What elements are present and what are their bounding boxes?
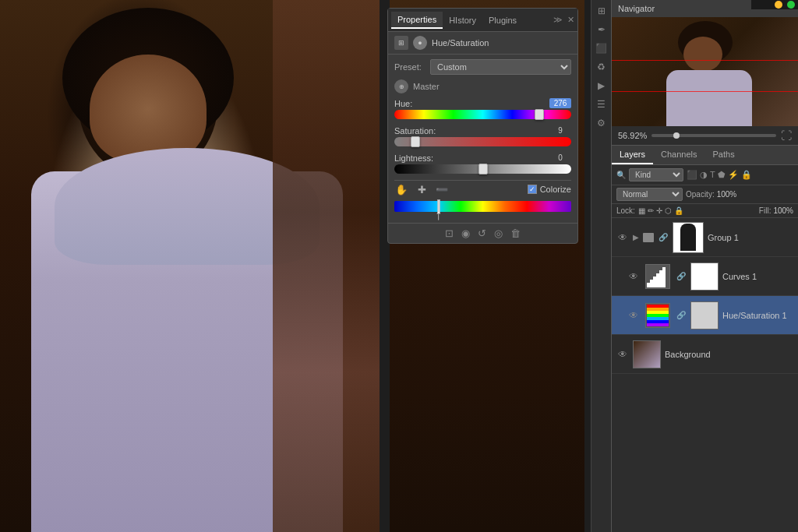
blend-mode-select[interactable]: Normal [616, 188, 683, 201]
svg-rect-1 [647, 283, 650, 287]
layers-filter-row: 🔍 Kind ⬛ ◑ T ⬟ ⚡ 🔒 [612, 165, 798, 185]
tab-channels[interactable]: Channels [653, 146, 704, 164]
curves1-name[interactable]: Curves 1 [722, 272, 793, 281]
preset-select[interactable]: Custom [430, 59, 571, 75]
light-thumb[interactable] [478, 164, 488, 174]
expand-icon[interactable]: ≫ [553, 15, 563, 25]
shape-filter-icon[interactable]: ⬟ [718, 170, 726, 180]
tab-history[interactable]: HIstory [443, 12, 482, 28]
huesat-adj-icon [644, 301, 672, 329]
curves-icon-img [645, 264, 670, 289]
zoom-thumb[interactable] [673, 132, 680, 139]
hue-thumb[interactable] [535, 109, 544, 120]
zoom-max-icon[interactable]: ⛶ [781, 129, 792, 142]
smart-filter-icon[interactable]: ⚡ [728, 170, 739, 180]
lightness-slider-row: Lightness: 0 [394, 153, 571, 174]
layers-panel: Layers Channels Paths 🔍 Kind ⬛ ◑ T ⬟ ⚡ 🔒… [612, 146, 798, 374]
remove-tool-icon[interactable]: ➖ [435, 182, 449, 196]
text-filter-icon[interactable]: T [710, 170, 715, 180]
lightness-value[interactable]: 0 [549, 153, 571, 163]
lock-transparent-icon[interactable]: ▦ [638, 206, 645, 215]
svg-rect-10 [647, 311, 669, 314]
sat-label-row: Saturation: 9 [394, 125, 571, 136]
lock-filter-icon[interactable]: 🔒 [741, 170, 752, 180]
reset-icon[interactable]: ↺ [478, 227, 486, 239]
svg-rect-2 [650, 280, 653, 287]
navigator-panel: Navigator 56.92% ⛶ [612, 0, 798, 146]
saturation-value[interactable]: 9 [549, 125, 571, 136]
svg-rect-4 [656, 273, 659, 287]
tab-layers[interactable]: Layers [612, 146, 653, 164]
pixel-filter-icon[interactable]: ⬛ [687, 170, 697, 180]
hue-slider-row: Hue: 276 [394, 98, 571, 119]
adjustment-filter-icon[interactable]: ◑ [700, 170, 708, 180]
hue-label-row: Hue: 276 [394, 98, 571, 108]
link-icon[interactable]: 🔗 [658, 232, 669, 243]
navigator-tool-icon[interactable]: ⊞ [594, 3, 609, 19]
kind-filter[interactable]: Kind [629, 168, 683, 181]
add-tool-icon[interactable]: ✚ [415, 182, 429, 196]
layer-item-background[interactable]: 👁 Background [612, 335, 798, 374]
maximize-button[interactable] [787, 1, 795, 9]
lock-all-icon[interactable]: 🔒 [674, 206, 683, 215]
hue-value[interactable]: 276 [549, 98, 571, 108]
light-track[interactable] [394, 164, 571, 174]
svg-rect-6 [662, 267, 666, 287]
opacity-label: Opacity: [686, 190, 715, 199]
preset-label: Preset: [394, 62, 425, 72]
hue-track[interactable] [394, 110, 571, 119]
group1-name[interactable]: Group 1 [708, 233, 793, 242]
sat-track[interactable] [394, 137, 571, 146]
svg-rect-9 [647, 308, 669, 311]
huesat1-name[interactable]: Hue/Saturation 1 [722, 311, 793, 320]
properties-panel: Properties HIstory Plugins ≫ ✕ ⊞ ● Hue/S… [387, 8, 578, 244]
tab-paths[interactable]: Paths [705, 146, 743, 164]
visibility-toggle-group1[interactable]: 👁 [616, 231, 629, 244]
light-label-row: Lightness: 0 [394, 153, 571, 163]
opacity-value[interactable]: 100% [717, 190, 737, 199]
channel-icon[interactable]: ⊕ [394, 79, 408, 93]
background-name[interactable]: Background [665, 350, 793, 359]
lock-pixels-icon[interactable]: ✏ [648, 206, 654, 215]
settings-tool-icon[interactable]: ⚙ [594, 115, 609, 131]
clip-to-layer-icon[interactable]: ⊡ [445, 227, 454, 239]
lock-artboard-icon[interactable]: ⬡ [665, 206, 672, 215]
colorize-check[interactable]: ✓ Colorize [528, 185, 571, 194]
toolbar-right: ⊞ ✒ ⬛ ♻ ▶ ☰ ⚙ [591, 0, 611, 532]
layer-item-curves1[interactable]: 👁 🔗 Curves 1 [612, 257, 798, 296]
svg-rect-12 [647, 317, 669, 320]
expand-group1[interactable]: ▶ [633, 233, 639, 241]
previous-state-icon[interactable]: ◉ [461, 227, 470, 239]
tab-plugins[interactable]: Plugins [482, 12, 523, 28]
link-icon-curves[interactable]: 🔗 [676, 271, 687, 282]
close-icon[interactable]: ✕ [567, 15, 574, 25]
play-tool-icon[interactable]: ▶ [594, 78, 609, 93]
layer-item-group1[interactable]: 👁 ▶ 🔗 Group 1 [612, 218, 798, 257]
sat-thumb[interactable] [411, 136, 420, 147]
delete-icon[interactable]: 🗑 [510, 227, 521, 239]
nav-red-line-bottom [612, 91, 798, 92]
hand-tool-icon[interactable]: ✋ [394, 182, 408, 196]
master-label[interactable]: Master [413, 82, 440, 91]
colorize-checkbox[interactable]: ✓ [528, 185, 537, 194]
fill-value[interactable]: 100% [773, 206, 793, 215]
brush-tool-icon[interactable]: ⬛ [594, 41, 609, 56]
tab-properties[interactable]: Properties [391, 12, 443, 29]
visibility-toggle-curves1[interactable]: 👁 [627, 270, 640, 283]
lock-position-icon[interactable]: ✛ [656, 206, 662, 215]
visibility-icon[interactable]: ◎ [494, 227, 503, 239]
navigator-preview [612, 17, 798, 126]
panel-footer: ⊡ ◉ ↺ ◎ 🗑 [388, 223, 577, 243]
layer-item-huesat1[interactable]: 👁 🔗 H [612, 296, 798, 335]
link-icon-huesat[interactable]: 🔗 [676, 310, 687, 321]
curves-adj-icon [644, 262, 672, 291]
hue-label: Hue: [394, 99, 412, 108]
colorize-hue-track[interactable]: ↑ [394, 201, 571, 212]
visibility-toggle-huesat1[interactable]: 👁 [627, 309, 640, 322]
zoom-slider[interactable] [651, 134, 776, 137]
visibility-toggle-bg[interactable]: 👁 [616, 348, 629, 361]
eyedropper-tool-icon[interactable]: ✒ [594, 22, 609, 37]
minimize-button[interactable] [775, 1, 782, 9]
layers-tool-icon[interactable]: ☰ [594, 97, 609, 112]
clone-tool-icon[interactable]: ♻ [594, 59, 609, 75]
